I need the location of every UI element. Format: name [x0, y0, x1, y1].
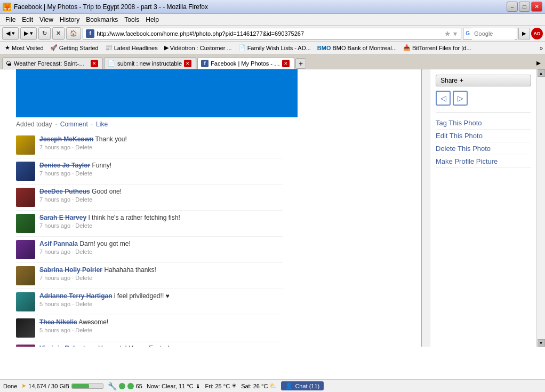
- comment-text: i feel priviledged!! ♥: [114, 292, 170, 300]
- comment-author[interactable]: Sabrina Holly Poirier: [39, 266, 102, 274]
- window-title: Facebook | My Photos - Trip to Egypt 200…: [14, 3, 208, 11]
- more-bookmarks[interactable]: »: [540, 45, 543, 51]
- avatar: [16, 135, 35, 155]
- delete-photo-link[interactable]: Delete This Photo: [436, 142, 531, 155]
- next-photo-button[interactable]: ▷: [453, 91, 468, 106]
- tab-close-facebook[interactable]: ✕: [282, 60, 290, 67]
- content-area: Added today · Comment · Like Joseph McKe…: [0, 69, 545, 347]
- scroll-up-arrow[interactable]: ▲: [538, 69, 545, 77]
- back-button[interactable]: ◀ ▾: [2, 27, 19, 40]
- search-go-button[interactable]: ▶: [518, 28, 530, 39]
- menu-edit[interactable]: Edit: [19, 15, 36, 25]
- share-button[interactable]: Share +: [436, 75, 531, 86]
- comment-text: Thank you!: [95, 135, 126, 143]
- comment-delete-link[interactable]: Delete: [75, 327, 92, 333]
- bank-icon: BMO: [317, 45, 331, 51]
- close-button[interactable]: ✕: [531, 2, 542, 12]
- bookmark-getting-started[interactable]: 🚀 Getting Started: [47, 44, 101, 52]
- make-profile-link[interactable]: Make Profile Picture: [436, 155, 531, 168]
- stop-button[interactable]: ✕: [52, 27, 65, 40]
- download-icon: 📥: [403, 44, 411, 51]
- tag-photo-link[interactable]: Tag This Photo: [436, 117, 531, 130]
- menu-bookmarks[interactable]: Bookmarks: [83, 15, 121, 25]
- avatar: [16, 318, 35, 338]
- comment-content: DeeDee Putheus Good one! 7 hours ago · D…: [39, 188, 283, 203]
- news-icon: 📰: [105, 44, 113, 51]
- comment-author[interactable]: Adrianne Terry Hartigan: [39, 292, 112, 300]
- bookmark-family[interactable]: 📄 Family Wish Lists - AD...: [236, 44, 314, 52]
- comment-content: Adrianne Terry Hartigan i feel priviledg…: [39, 292, 283, 307]
- separator-1: ·: [55, 121, 57, 128]
- tabs-bar: 🌤 Weather Forecast: Saint-Constant, Qu..…: [0, 54, 545, 69]
- comment-delete-link[interactable]: Delete: [75, 222, 92, 229]
- bookmark-headlines[interactable]: 📰 Latest Headlines: [102, 44, 161, 52]
- comments-list: Joseph McKeown Thank you! 7 hours ago · …: [16, 132, 283, 347]
- comment-meta: 7 hours ago · Delete: [39, 170, 283, 177]
- facebook-tab-icon: f: [201, 60, 209, 67]
- photo-actions: Tag This Photo Edit This Photo Delete Th…: [436, 112, 531, 168]
- menu-help[interactable]: Help: [142, 15, 162, 25]
- star-plus-icon[interactable]: ▾: [453, 29, 457, 38]
- comment-row: Thea Nikolic Awesome! 5 hours ago · Dele…: [16, 315, 283, 341]
- comment-author[interactable]: Virginia Robertson: [39, 345, 97, 347]
- menu-history[interactable]: History: [57, 15, 83, 25]
- comment-delete-link[interactable]: Delete: [75, 170, 92, 177]
- comment-author[interactable]: Sarah E Harvey: [39, 214, 86, 221]
- comment-author[interactable]: Joseph McKeown: [39, 135, 93, 143]
- new-tab-button[interactable]: +: [295, 58, 306, 69]
- scroll-down-arrow[interactable]: ▼: [538, 339, 545, 347]
- added-today-bar: Added today · Comment · Like: [16, 121, 283, 128]
- minimize-button[interactable]: −: [507, 2, 518, 12]
- prev-photo-button[interactable]: ◁: [436, 91, 451, 106]
- comment-delete-link[interactable]: Delete: [75, 275, 92, 281]
- tab-instructable[interactable]: 📄 submit : new instructable ✕: [104, 57, 196, 69]
- tab-facebook[interactable]: f Facebook | My Photos - Trip to E... ✕: [197, 57, 294, 69]
- url-input[interactable]: [97, 30, 442, 37]
- star-icon[interactable]: ★: [444, 29, 451, 38]
- comment-author[interactable]: DeeDee Putheus: [39, 188, 90, 195]
- nav-bar: ◀ ▾ ▶ ▾ ↻ ✕ 🏠 f ★ ▾ G ▶ AD: [0, 26, 545, 42]
- google-icon: G: [466, 30, 470, 36]
- comment-row: Sarah E Harvey I think he's a rather fet…: [16, 211, 283, 237]
- search-bar: G ▶ AD: [463, 28, 543, 39]
- like-link[interactable]: Like: [96, 121, 108, 128]
- comment-delete-link[interactable]: Delete: [75, 301, 92, 307]
- play-icon: ▶: [164, 44, 169, 51]
- comment-meta: 7 hours ago · Delete: [39, 222, 283, 229]
- maximize-button[interactable]: □: [519, 2, 530, 12]
- tab-close-weather[interactable]: ✕: [91, 60, 98, 67]
- bookmark-bittorrent[interactable]: 📥 BitTorrent Files for [d...: [400, 44, 474, 52]
- edit-photo-link[interactable]: Edit This Photo: [436, 130, 531, 142]
- comment-row: Asif Pannala Darn! you got me! 7 hours a…: [16, 237, 283, 263]
- comment-delete-link[interactable]: Delete: [75, 144, 92, 150]
- tab-scroll-right[interactable]: ▸: [534, 58, 543, 68]
- menu-file[interactable]: File: [2, 15, 19, 25]
- comment-meta: 7 hours ago · Delete: [39, 196, 283, 203]
- comment-delete-link[interactable]: Delete: [75, 196, 92, 203]
- menu-view[interactable]: View: [36, 15, 57, 25]
- comment-meta: 5 hours ago · Delete: [39, 327, 283, 333]
- bookmark-bmo[interactable]: BMO BMO Bank of Montreal...: [315, 44, 399, 52]
- menu-tools[interactable]: Tools: [121, 15, 142, 25]
- comment-author[interactable]: Denice Jo Taylor: [39, 162, 90, 169]
- bookmark-videotron[interactable]: ▶ Vidéotron : Customer ...: [162, 44, 235, 52]
- bookmark-most-visited[interactable]: ★ Most Visited: [2, 44, 46, 52]
- search-input[interactable]: [472, 28, 515, 39]
- tab-weather[interactable]: 🌤 Weather Forecast: Saint-Constant, Qu..…: [2, 57, 103, 69]
- comment-link[interactable]: Comment: [60, 121, 88, 128]
- comment-text: Awesome!: [78, 318, 108, 326]
- comment-delete-link[interactable]: Delete: [75, 249, 92, 255]
- tab-close-instructable[interactable]: ✕: [184, 60, 191, 67]
- comment-author[interactable]: Asif Pannala: [39, 240, 78, 247]
- page-scrollbar[interactable]: ▲ ▼: [536, 69, 545, 347]
- reload-button[interactable]: ↻: [38, 27, 51, 40]
- forward-button[interactable]: ▶ ▾: [20, 27, 37, 40]
- comment-row: Sabrina Holly Poirier Hahahaha thanks! 7…: [16, 263, 283, 289]
- comment-author[interactable]: Thea Nikolic: [39, 318, 77, 326]
- home-button[interactable]: 🏠: [66, 27, 81, 40]
- address-bar: f ★ ▾: [83, 28, 461, 39]
- scrollbar-track[interactable]: [421, 69, 430, 347]
- avatar: [16, 266, 35, 285]
- comment-meta: 7 hours ago · Delete: [39, 275, 283, 281]
- avatar: [16, 214, 35, 233]
